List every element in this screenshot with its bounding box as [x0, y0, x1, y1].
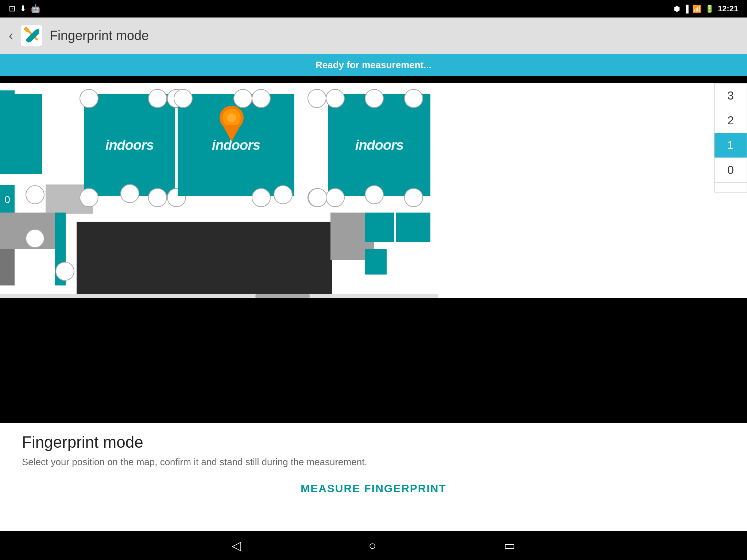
room-number-0: 0 [0, 185, 15, 214]
battery-icon: 🔋 [705, 4, 714, 13]
map-area[interactable]: 0 indoors indoors indoors [0, 83, 747, 298]
svg-point-7 [227, 113, 236, 122]
ap-room3-br [404, 188, 423, 207]
app-title: Fingerprint mode [50, 28, 149, 43]
ap-room2-tr2 [252, 89, 271, 108]
notification-icon-2: ⬇ [20, 4, 26, 13]
room-label-right: indoors [328, 94, 430, 196]
ap-room1-tm [148, 89, 167, 108]
ap-left-col-1 [26, 185, 44, 204]
location-pin[interactable] [219, 105, 241, 134]
measure-fingerprint-button[interactable]: MEASURE FINGERPRINT [22, 477, 725, 501]
ap-room1-tl [80, 89, 98, 108]
app-icon [20, 25, 42, 47]
android-icon: 🤖 [31, 4, 40, 13]
back-button[interactable]: ‹ [9, 28, 13, 43]
app-bar: ‹ Fingerprint mode [0, 18, 747, 54]
nav-bar: ◁ ○ ▭ [0, 531, 747, 560]
ap-room2-tl [174, 89, 193, 108]
ap-room3-tl [326, 89, 345, 108]
nav-home-button[interactable]: ○ [369, 538, 376, 553]
wifi-icon: 📶 [692, 4, 701, 13]
teal-right-block3 [365, 249, 387, 275]
map-scrollbar[interactable] [0, 294, 438, 298]
status-right-icons: ⬢ ▐ 📶 🔋 12:21 [674, 4, 738, 13]
svg-marker-6 [222, 125, 241, 141]
teal-right-block1 [365, 213, 394, 242]
room-main-left: indoors [84, 94, 175, 196]
floor-3[interactable]: 3 [715, 83, 747, 108]
floor-2[interactable]: 2 [715, 108, 747, 133]
white-right-bottom [365, 275, 430, 296]
ap-room3-mid [365, 185, 384, 204]
floor-1[interactable]: 1 [715, 133, 747, 158]
nav-recent-button[interactable]: ▭ [504, 538, 515, 553]
floor-0[interactable]: 0 [715, 158, 747, 183]
nav-back-button[interactable]: ◁ [232, 538, 241, 553]
floor-sidebar: 3 2 1 0 [714, 83, 747, 192]
status-bar: ⊡ ⬇ 🤖 ⬢ ▐ 📶 🔋 12:21 [0, 0, 747, 18]
status-text: Ready for measurement... [316, 59, 431, 71]
notification-icon-1: ⊡ [9, 4, 15, 13]
ap-lower-left [26, 229, 44, 248]
ap-room3-tr2 [404, 89, 423, 108]
ap-room3-bl [308, 188, 327, 207]
ap-bottom-low [55, 262, 74, 281]
room-main-right: indoors [328, 94, 430, 196]
teal-right-block2 [396, 213, 430, 242]
bluetooth-icon: ⬢ [674, 4, 680, 13]
signal-icon: ▐ [684, 5, 689, 13]
ap-room2-bl [307, 89, 326, 108]
room-left-mid-circle [120, 184, 139, 203]
status-banner: Ready for measurement... [0, 54, 747, 76]
ap-room2-mid1 [274, 185, 293, 204]
mode-title: Fingerprint mode [22, 433, 725, 451]
room-label-left: indoors [84, 94, 175, 196]
map-scrollbar-thumb[interactable] [255, 294, 310, 298]
gray-bottom-2 [0, 249, 15, 285]
ap-room1-bl [80, 188, 98, 207]
ap-room3-bm [326, 188, 345, 207]
bottom-panel: Fingerprint mode Select your position on… [0, 423, 747, 531]
status-left-icons: ⊡ ⬇ 🤖 [9, 4, 40, 13]
ap-room3-tr [365, 89, 384, 108]
dark-corridor [77, 222, 332, 295]
room-left-col-top [0, 94, 44, 174]
clock: 12:21 [718, 4, 738, 13]
mode-description: Select your position on the map, confirm… [22, 456, 725, 468]
ap-room2-bm [252, 188, 271, 207]
ap-room1-bm [148, 188, 167, 207]
